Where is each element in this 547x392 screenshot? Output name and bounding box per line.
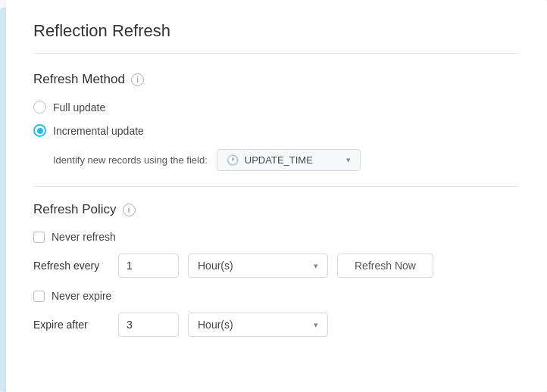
never-refresh-row[interactable]: Never refresh bbox=[33, 231, 520, 243]
refresh-method-radio-group: Full update Incremental update bbox=[33, 101, 520, 137]
refresh-policy-header: Refresh Policy i bbox=[33, 202, 520, 217]
expire-after-row: Expire after Hour(s) ▾ bbox=[33, 313, 520, 337]
left-accent-bar bbox=[0, 8, 6, 392]
field-identify-row: Identify new records using the field: 🕐 … bbox=[53, 149, 520, 171]
radio-incremental-update-input[interactable] bbox=[33, 124, 46, 137]
expire-after-input[interactable] bbox=[118, 313, 179, 337]
radio-full-update[interactable]: Full update bbox=[33, 101, 520, 114]
radio-full-update-label: Full update bbox=[53, 101, 105, 114]
main-card: Reflection Refresh Refresh Method i Full… bbox=[6, 0, 547, 392]
refresh-policy-title: Refresh Policy bbox=[33, 202, 117, 217]
refresh-every-row: Refresh every Hour(s) ▾ Refresh Now bbox=[33, 254, 520, 278]
radio-incremental-update[interactable]: Incremental update bbox=[33, 124, 520, 137]
expire-after-unit-select[interactable]: Hour(s) ▾ bbox=[188, 313, 328, 337]
clock-icon: 🕐 bbox=[227, 154, 239, 166]
refresh-method-header: Refresh Method i bbox=[33, 72, 520, 87]
radio-incremental-update-label: Incremental update bbox=[53, 125, 144, 137]
field-select-chevron-icon: ▾ bbox=[346, 155, 351, 165]
field-value-select[interactable]: 🕐 UPDATE_TIME ▾ bbox=[217, 149, 361, 171]
field-identify-label: Identify new records using the field: bbox=[53, 154, 208, 166]
expire-after-label: Expire after bbox=[33, 319, 109, 331]
never-expire-label: Never expire bbox=[52, 290, 111, 302]
refresh-method-title: Refresh Method bbox=[33, 72, 125, 87]
refresh-now-button[interactable]: Refresh Now bbox=[337, 254, 433, 278]
expire-after-unit-value: Hour(s) bbox=[198, 319, 311, 331]
never-expire-checkbox[interactable] bbox=[33, 291, 45, 302]
refresh-every-input[interactable] bbox=[118, 254, 179, 278]
page-title: Reflection Refresh bbox=[33, 21, 520, 54]
expire-after-unit-chevron-icon: ▾ bbox=[314, 320, 318, 330]
never-expire-row[interactable]: Never expire bbox=[33, 290, 520, 302]
section-divider bbox=[33, 186, 520, 187]
refresh-every-unit-select[interactable]: Hour(s) ▾ bbox=[188, 254, 328, 278]
refresh-policy-info-icon[interactable]: i bbox=[123, 204, 136, 216]
radio-full-update-input[interactable] bbox=[33, 101, 46, 114]
refresh-every-unit-chevron-icon: ▾ bbox=[314, 261, 318, 271]
refresh-every-label: Refresh every bbox=[33, 260, 109, 272]
field-select-value: UPDATE_TIME bbox=[245, 154, 340, 166]
refresh-every-unit-value: Hour(s) bbox=[198, 260, 311, 272]
refresh-method-info-icon[interactable]: i bbox=[131, 73, 144, 86]
never-refresh-checkbox[interactable] bbox=[33, 232, 45, 243]
never-refresh-label: Never refresh bbox=[52, 231, 116, 243]
